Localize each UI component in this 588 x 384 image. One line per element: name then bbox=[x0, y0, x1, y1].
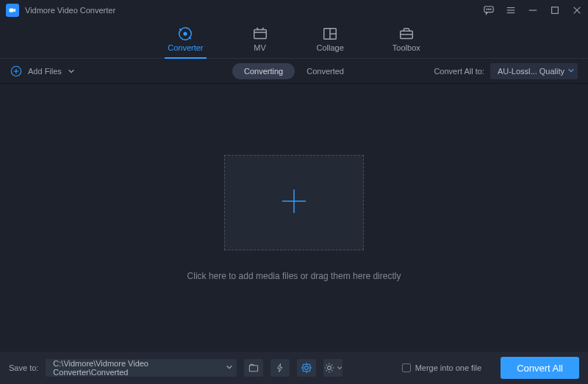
svg-rect-9 bbox=[552, 7, 559, 14]
menu-icon[interactable] bbox=[506, 5, 516, 15]
checkbox-icon bbox=[402, 363, 411, 372]
tab-label: Collage bbox=[317, 43, 344, 52]
save-path-dropdown[interactable]: C:\Vidmore\Vidmore Video Converter\Conve… bbox=[46, 359, 237, 377]
svg-point-2 bbox=[487, 9, 487, 10]
app-title: Vidmore Video Converter bbox=[25, 6, 115, 15]
sub-tabs: Converting Converted bbox=[232, 63, 356, 79]
close-icon[interactable] bbox=[572, 5, 582, 15]
tab-label: Toolbox bbox=[392, 43, 420, 52]
app-logo-icon bbox=[6, 4, 19, 17]
chevron-down-icon bbox=[567, 67, 575, 76]
merge-checkbox[interactable]: Merge into one file bbox=[402, 363, 482, 372]
tab-converter[interactable]: Converter bbox=[165, 21, 206, 58]
chevron-down-icon bbox=[226, 363, 233, 372]
save-to-label: Save to: bbox=[9, 363, 38, 372]
save-path-value: C:\Vidmore\Vidmore Video Converter\Conve… bbox=[53, 359, 220, 377]
output-format-value: AU-Lossl... Quality bbox=[498, 67, 564, 76]
tab-toolbox[interactable]: Toolbox bbox=[390, 21, 423, 58]
mv-icon bbox=[252, 27, 268, 40]
lightning-off-button[interactable] bbox=[270, 359, 290, 377]
svg-rect-26 bbox=[250, 366, 258, 372]
toolbox-icon bbox=[398, 27, 415, 40]
svg-point-3 bbox=[488, 9, 489, 10]
plus-icon bbox=[278, 185, 310, 220]
drop-zone[interactable] bbox=[224, 155, 364, 250]
subtab-converting[interactable]: Converting bbox=[232, 63, 295, 79]
tab-label: Converter bbox=[168, 43, 203, 52]
converter-icon bbox=[177, 27, 193, 40]
output-format-dropdown[interactable]: AU-Lossl... Quality bbox=[490, 63, 578, 79]
add-files-label: Add Files bbox=[28, 67, 62, 76]
svg-rect-14 bbox=[254, 29, 266, 38]
plus-circle-icon bbox=[10, 65, 22, 77]
tab-mv[interactable]: MV bbox=[249, 21, 271, 58]
tab-label: MV bbox=[254, 43, 266, 52]
maximize-icon[interactable] bbox=[550, 5, 560, 15]
drop-hint: Click here to add media files or drag th… bbox=[187, 271, 401, 281]
open-folder-button[interactable] bbox=[244, 359, 263, 377]
add-files-button[interactable]: Add Files bbox=[10, 65, 75, 77]
svg-point-13 bbox=[184, 32, 187, 35]
merge-label: Merge into one file bbox=[415, 363, 482, 372]
title-bar: Vidmore Video Converter bbox=[0, 0, 588, 21]
top-nav: Converter MV Collage Toolbox bbox=[0, 21, 588, 59]
svg-point-28 bbox=[305, 366, 309, 370]
window-controls bbox=[484, 5, 582, 15]
convert-all-to-label: Convert All to: bbox=[434, 67, 484, 76]
svg-rect-27 bbox=[304, 364, 311, 372]
minimize-icon[interactable] bbox=[528, 5, 538, 15]
feedback-icon[interactable] bbox=[484, 5, 494, 15]
toolbar: Add Files Converting Converted Convert A… bbox=[0, 59, 588, 84]
collage-icon bbox=[322, 27, 338, 40]
tab-collage[interactable]: Collage bbox=[314, 21, 347, 58]
convert-all-button[interactable]: Convert All bbox=[501, 357, 579, 379]
settings-button[interactable] bbox=[323, 359, 343, 377]
svg-point-33 bbox=[328, 366, 331, 370]
subtab-converted[interactable]: Converted bbox=[295, 63, 356, 79]
svg-rect-0 bbox=[10, 9, 14, 12]
svg-point-4 bbox=[490, 9, 491, 10]
main-area: Click here to add media files or drag th… bbox=[0, 84, 588, 352]
gpu-accel-button[interactable] bbox=[297, 359, 316, 377]
chevron-down-icon bbox=[68, 68, 75, 75]
bottom-bar: Save to: C:\Vidmore\Vidmore Video Conver… bbox=[0, 352, 588, 384]
convert-all-to: Convert All to: AU-Lossl... Quality bbox=[434, 63, 578, 79]
